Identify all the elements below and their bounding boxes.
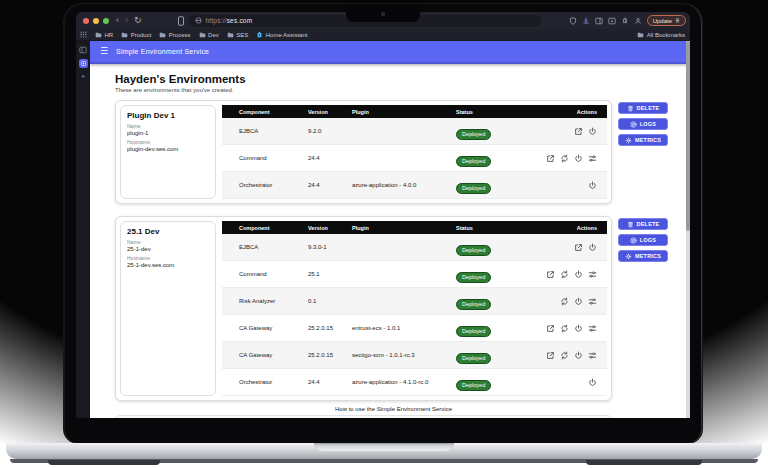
power[interactable]: [574, 297, 583, 306]
open-in-new[interactable]: [546, 270, 555, 279]
metrics-button[interactable]: METRICS: [618, 134, 668, 146]
table-row: EJBCA9.2.0Deployed: [222, 118, 607, 145]
environment-actions: DELETELOGSMETRICS: [618, 218, 668, 262]
button-label: DELETE: [637, 221, 660, 227]
new-tab-button[interactable]: +: [81, 73, 86, 81]
back-icon[interactable]: ‹: [116, 16, 119, 25]
scrollbar-thumb[interactable]: [686, 41, 690, 231]
bookmarks-folders: HRProductProcessDevSES: [95, 32, 248, 38]
plugin-cell: sectigo-scm - 1.0.1-rc.3: [352, 352, 456, 358]
component-cell: Orchestrator: [222, 379, 308, 385]
update-button[interactable]: Update: [647, 15, 686, 26]
plugin-cell: entrust-ecs - 1.0.1: [352, 325, 456, 331]
app-title: Simple Environment Service: [116, 48, 209, 55]
bookmark-item[interactable]: Dev: [199, 32, 219, 38]
active-tab-button[interactable]: [79, 59, 88, 68]
component-cell: CA Gateway: [222, 352, 308, 358]
actions-cell: [526, 324, 607, 333]
tune[interactable]: [588, 270, 597, 279]
help-link[interactable]: How to use the Simple Environment Servic…: [115, 406, 672, 412]
delete-button[interactable]: DELETE: [618, 102, 668, 114]
logs-button[interactable]: LOGS: [618, 234, 668, 246]
extensions-icon[interactable]: [621, 17, 629, 25]
open-in-new[interactable]: [546, 324, 555, 333]
bookmark-item[interactable]: SES: [227, 32, 249, 38]
environment-name: 25-1-dev: [127, 246, 209, 252]
status-cell: Deployed: [456, 319, 526, 337]
tune[interactable]: [588, 351, 597, 360]
forward-icon[interactable]: ›: [125, 16, 128, 25]
logs-icon: [630, 121, 637, 128]
power[interactable]: [574, 154, 583, 163]
device-icon[interactable]: [177, 16, 185, 26]
version-cell: 24.4: [308, 155, 352, 161]
bookmark-item[interactable]: Process: [159, 32, 190, 38]
actions-cell: [526, 127, 607, 136]
power[interactable]: [588, 243, 597, 252]
shield-icon[interactable]: [569, 17, 577, 25]
panel-toggle-icon[interactable]: [79, 46, 87, 54]
refresh[interactable]: [560, 270, 569, 279]
site-info-icon[interactable]: [195, 17, 202, 24]
bookmark-item[interactable]: HR: [95, 32, 113, 38]
tune[interactable]: [588, 154, 597, 163]
status-badge: Deployed: [456, 353, 491, 364]
version-cell: 24.4: [308, 182, 352, 188]
refresh[interactable]: [560, 297, 569, 306]
refresh[interactable]: [560, 324, 569, 333]
reload-icon[interactable]: ↻: [134, 16, 142, 25]
table-header-row: ComponentVersionPluginStatusActions: [222, 221, 607, 234]
component-cell: Command: [222, 271, 308, 277]
environment-card: Plugin Dev 1Name:plugin-1Hostname:plugin…: [115, 100, 612, 204]
tune[interactable]: [588, 297, 597, 306]
status-badge: Deployed: [456, 380, 491, 391]
bookmark-home-assistant[interactable]: Home Assistant: [256, 31, 307, 38]
sidebar-icon[interactable]: [595, 17, 603, 25]
bookmark-item[interactable]: Product: [121, 32, 151, 38]
power[interactable]: [574, 324, 583, 333]
status-cell: Deployed: [456, 373, 526, 391]
download-icon[interactable]: [582, 17, 590, 25]
scrollbar[interactable]: [686, 41, 690, 418]
folder-icon: [199, 32, 206, 38]
apps-grid-icon[interactable]: [80, 31, 87, 38]
all-bookmarks-button[interactable]: All Bookmarks: [637, 32, 685, 38]
gear-icon: [625, 137, 632, 144]
table-row: Orchestrator24.4azure-application - 4.0.…: [222, 172, 607, 199]
gear-icon: [625, 253, 632, 260]
tune[interactable]: [588, 324, 597, 333]
components-table: ComponentVersionPluginStatusActionsEJBCA…: [222, 221, 607, 396]
hamburger-menu-icon[interactable]: ☰: [100, 47, 108, 56]
components-table: ComponentVersionPluginStatusActionsEJBCA…: [222, 105, 607, 199]
status-badge: Deployed: [456, 272, 491, 283]
close-window-button[interactable]: [83, 18, 89, 24]
refresh[interactable]: [560, 154, 569, 163]
power[interactable]: [588, 378, 597, 387]
power[interactable]: [588, 181, 597, 190]
power[interactable]: [574, 351, 583, 360]
metrics-button[interactable]: METRICS: [618, 250, 668, 262]
component-cell: Command: [222, 155, 308, 161]
refresh[interactable]: [560, 351, 569, 360]
save-icon[interactable]: [608, 17, 616, 25]
laptop-foot-left: [48, 460, 160, 465]
power[interactable]: [588, 127, 597, 136]
logs-button[interactable]: LOGS: [618, 118, 668, 130]
delete-button[interactable]: DELETE: [618, 218, 668, 230]
minimize-window-button[interactable]: [93, 18, 99, 24]
menu-icon: [675, 18, 680, 23]
power[interactable]: [574, 270, 583, 279]
profile-icon[interactable]: [634, 17, 642, 25]
open-in-new[interactable]: [574, 243, 583, 252]
folder-icon: [637, 32, 644, 38]
url-text[interactable]: https://ses.com: [206, 17, 253, 24]
folder-icon: [159, 32, 166, 38]
app-header: ☰ Simple Environment Service: [90, 41, 690, 64]
status-cell: Deployed: [456, 122, 526, 140]
column-header: Version: [308, 225, 352, 231]
zoom-window-button[interactable]: [103, 18, 109, 24]
open-in-new[interactable]: [574, 127, 583, 136]
open-in-new[interactable]: [546, 154, 555, 163]
open-in-new[interactable]: [546, 351, 555, 360]
partial-next-row: [115, 415, 612, 418]
